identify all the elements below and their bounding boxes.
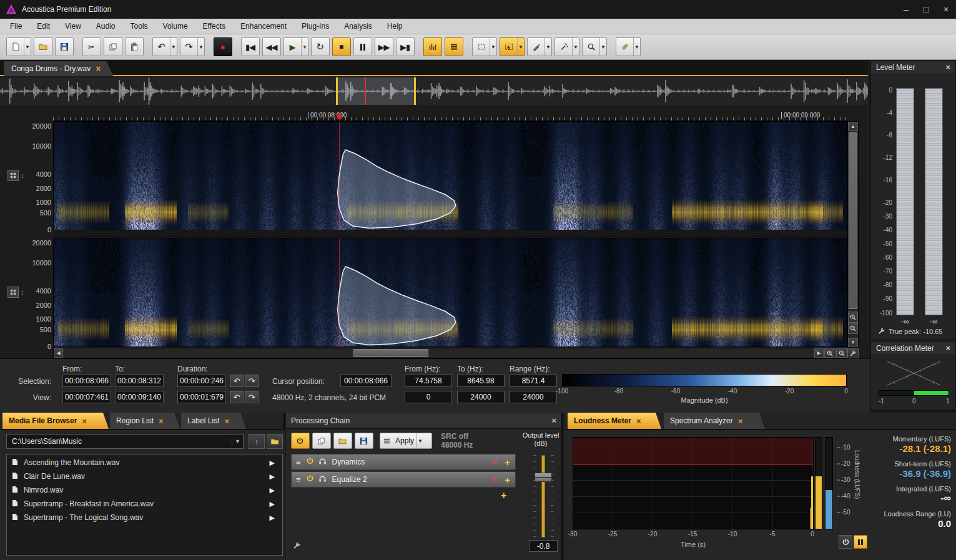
loop-playback-button[interactable]: ↻ [311, 37, 330, 56]
menu-plugins[interactable]: Plug-Ins [294, 19, 337, 34]
selection-range-hz-field[interactable]: 8571.4 [510, 375, 557, 387]
tab-close-icon[interactable]: × [159, 416, 164, 426]
tab-spectrum-analyzer[interactable]: Spectrum Analyzer× [664, 413, 765, 429]
channel-1-resize-handle[interactable]: ↕ [21, 172, 24, 179]
zoom-tool-button[interactable]: ▼ [582, 37, 607, 56]
selection-redo-button[interactable]: ↷ [245, 375, 259, 387]
preview-play-icon[interactable]: ▶ [270, 500, 275, 508]
play-button[interactable]: ▶▼ [283, 37, 308, 56]
menu-audio[interactable]: Audio [89, 19, 123, 34]
view-settings-wrench-button[interactable] [847, 348, 859, 358]
chevron-down-icon[interactable]: ▼ [416, 433, 423, 448]
power-icon[interactable] [306, 474, 314, 484]
selection-to-field[interactable]: 00:00:08:312 [115, 375, 164, 387]
playhead-marker[interactable] [337, 114, 342, 119]
view-from-field[interactable]: 00:00:07:461 [62, 391, 111, 403]
open-button[interactable] [34, 37, 52, 56]
view-duration-field[interactable]: 00:00:01:679 [177, 391, 226, 403]
tab-close-icon[interactable]: × [224, 416, 229, 426]
selection-to-hz-field[interactable]: 8645.98 [457, 375, 505, 387]
copy-button[interactable] [104, 37, 122, 56]
menu-edit[interactable]: Edit [29, 19, 57, 34]
spectral-layers-button[interactable] [445, 37, 463, 56]
chain-copy-button[interactable] [312, 433, 331, 449]
horizontal-scrollbar-thumb[interactable] [353, 349, 428, 357]
time-selection-tool-button[interactable]: ▼ [472, 37, 497, 56]
vertical-scrollbar-thumb[interactable] [849, 132, 857, 309]
cursor-position-field[interactable]: 00:00:08:066 [340, 375, 392, 387]
path-combobox[interactable]: C:\Users\Stian\Music ▼ [6, 434, 244, 449]
rewind-button[interactable]: ◀◀ [262, 37, 281, 56]
correlation-meter-close-icon[interactable]: × [945, 343, 950, 353]
channel-1-options-button[interactable] [7, 170, 19, 181]
view-range-hz-field[interactable]: 24000 [510, 391, 557, 403]
zoom-in-horizontal-button[interactable] [824, 348, 835, 358]
paste-button[interactable] [125, 37, 144, 56]
power-icon[interactable] [306, 457, 314, 467]
tab-close-icon[interactable]: × [738, 416, 743, 426]
menu-effects[interactable]: Effects [195, 19, 233, 34]
menu-file[interactable]: File [2, 19, 29, 34]
new-file-button[interactable]: ▼ [6, 37, 31, 56]
minimize-button[interactable]: – [896, 0, 916, 19]
chain-save-button[interactable] [355, 433, 373, 449]
chevron-down-icon[interactable]: ▼ [301, 38, 308, 56]
brush-tool-button[interactable]: ▼ [527, 37, 552, 56]
headphones-monitor-icon[interactable] [318, 474, 327, 484]
level-meter-settings-wrench-icon[interactable] [877, 327, 885, 337]
chevron-down-icon[interactable]: ▼ [24, 38, 31, 56]
zoom-out-vertical-button[interactable] [848, 323, 858, 334]
undo-button[interactable]: ↶▼ [152, 37, 177, 56]
timeline-ruler[interactable]: 00:00:08:000 00:00:09:000 [53, 111, 847, 121]
headphones-monitor-icon[interactable] [318, 457, 327, 467]
selection-duration-field[interactable]: 00:00:00:246 [177, 375, 226, 387]
processing-chain-close-icon[interactable]: × [551, 416, 556, 425]
cut-button[interactable]: ✂ [82, 37, 101, 56]
scroll-right-button[interactable]: ▶ [814, 348, 824, 358]
folder-up-button[interactable]: ↑ [249, 434, 265, 449]
fast-forward-button[interactable]: ▶▶ [375, 37, 393, 56]
chevron-down-icon[interactable]: ▼ [490, 38, 496, 56]
preview-play-icon[interactable]: ▶ [270, 459, 275, 467]
chevron-down-icon[interactable]: ▼ [232, 438, 243, 445]
file-row[interactable]: Supertramp - Breakfast in America.wav ▶ [7, 497, 282, 511]
chevron-down-icon[interactable]: ▼ [170, 38, 177, 56]
menu-analysis[interactable]: Analysis [337, 19, 380, 34]
scroll-up-button[interactable]: ▲ [848, 122, 858, 131]
menu-volume[interactable]: Volume [155, 19, 195, 34]
tab-close-icon[interactable]: × [636, 416, 641, 426]
selection-from-hz-field[interactable]: 74.5758 [405, 375, 452, 387]
stop-button[interactable]: ■ [332, 37, 351, 56]
maximize-button[interactable]: □ [916, 0, 936, 19]
add-effect-icon[interactable]: + [501, 490, 506, 501]
loudness-pause-button[interactable] [854, 535, 867, 549]
tab-label-list[interactable]: Label List× [181, 413, 246, 429]
drag-handle-icon[interactable]: ≡ [296, 475, 301, 484]
remove-effect-icon[interactable]: × [492, 474, 497, 484]
channel-splitter[interactable] [53, 231, 847, 237]
add-effect-icon[interactable]: + [505, 457, 510, 468]
scroll-down-button[interactable]: ▼ [848, 338, 858, 347]
loudness-reset-power-button[interactable] [839, 535, 852, 549]
file-row[interactable]: Supertramp - The Logical Song.wav ▶ [7, 511, 282, 524]
channel-2-options-button[interactable] [7, 287, 19, 298]
menu-enhancement[interactable]: Enhancement [233, 19, 294, 34]
pause-button[interactable] [353, 37, 372, 56]
view-to-hz-field[interactable]: 24000 [457, 391, 505, 403]
remove-effect-icon[interactable]: × [492, 457, 497, 467]
menu-tools[interactable]: Tools [123, 19, 155, 34]
vertical-scrollbar[interactable]: ▲ ▼ [847, 121, 859, 348]
menu-view[interactable]: View [57, 19, 89, 34]
chevron-down-icon[interactable]: ▼ [633, 38, 640, 56]
view-to-field[interactable]: 00:00:09:140 [115, 391, 164, 403]
selection-undo-button[interactable]: ↶ [230, 375, 244, 387]
skip-to-start-button[interactable]: ▮◀ [241, 37, 260, 56]
apply-button[interactable]: Apply ▼ [380, 433, 432, 449]
document-tab-close-icon[interactable]: × [96, 64, 101, 74]
selection-from-field[interactable]: 00:00:08:066 [62, 375, 111, 387]
file-row[interactable]: Nimrod.wav ▶ [7, 483, 282, 497]
output-level-slider-track[interactable] [541, 455, 545, 538]
waveform-overview[interactable] [0, 77, 868, 105]
chevron-down-icon[interactable]: ▼ [517, 38, 524, 56]
output-level-slider-thumb[interactable] [535, 473, 552, 482]
